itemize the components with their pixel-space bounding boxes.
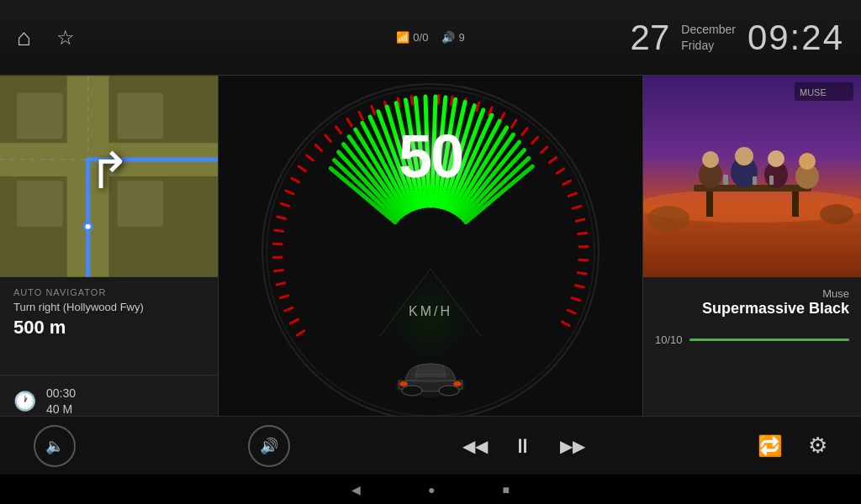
speedometer: 50 KM/H — [254, 76, 607, 428]
progress-bar[interactable] — [689, 339, 849, 341]
volume-up-button[interactable]: 🔊 — [248, 425, 290, 467]
nav-distance: 500 m — [13, 317, 204, 339]
nav-info: AUTO NAVIGATOR Turn right (Hollywood Fwy… — [0, 277, 218, 349]
date-day: 27 — [631, 18, 670, 58]
speed-display: 50 — [254, 122, 607, 191]
top-right-datetime: 27 December Friday 09:24 — [631, 18, 844, 58]
volume-up-icon: 🔊 — [260, 437, 278, 455]
turn-arrow: ↱ — [88, 141, 130, 200]
top-bar: ⌂ ☆ 📶 0/0 🔊 9 27 December Friday 09:24 — [0, 0, 861, 76]
track-name: Supermassive Black — [655, 300, 849, 318]
clock-time: 09:24 — [747, 18, 844, 58]
speed-unit: KM/H — [254, 304, 607, 319]
left-panel: ↱ AUTO NAVIGATOR Turn right (Hollywood F… — [0, 76, 219, 428]
svg-point-36 — [647, 206, 689, 231]
svg-rect-24 — [792, 192, 799, 217]
main-area: ↱ AUTO NAVIGATOR Turn right (Hollywood F… — [0, 76, 861, 428]
elapsed-time: 00:30 — [46, 386, 76, 402]
back-button[interactable]: ◀ — [351, 483, 361, 496]
weekday-label: Friday — [681, 38, 736, 53]
month-label: December — [681, 22, 736, 37]
svg-point-28 — [735, 147, 753, 165]
track-progress: 10/10 — [643, 328, 861, 351]
bottom-controls: 🔈 🔊 ◀◀ ⏸ ▶▶ 🔁 ⚙ — [0, 416, 861, 475]
center-panel: 50 KM/H — [219, 76, 642, 428]
date-month-weekday: December Friday — [681, 22, 736, 52]
signal-icon: 📶 — [396, 31, 409, 44]
progress-fill — [689, 339, 849, 341]
top-left-icons: ⌂ ☆ — [17, 24, 75, 51]
map-area[interactable]: ↱ — [0, 76, 218, 277]
svg-rect-7 — [117, 92, 163, 139]
eta-clock-icon: 🕐 — [13, 391, 36, 412]
track-info: Muse Supermassive Black — [643, 277, 861, 328]
home-button[interactable]: ● — [428, 483, 435, 496]
svg-rect-9 — [17, 181, 63, 227]
turn-instruction: Turn right (Hollywood Fwy) — [13, 301, 204, 313]
svg-text:MUSE: MUSE — [800, 87, 827, 97]
media-artwork: MUSE — [643, 76, 861, 277]
svg-point-14 — [402, 386, 422, 396]
recents-button[interactable]: ■ — [503, 483, 510, 496]
svg-rect-33 — [723, 175, 728, 185]
svg-point-17 — [399, 381, 408, 386]
settings-button[interactable]: ⚙ — [808, 433, 827, 459]
svg-point-26 — [702, 151, 719, 168]
pause-button[interactable]: ⏸ — [513, 434, 535, 458]
media-controls: ◀◀ ⏸ ▶▶ — [462, 434, 585, 458]
car-image — [388, 345, 473, 407]
artist-name: Muse — [655, 287, 849, 300]
svg-rect-23 — [706, 192, 713, 217]
volume-down-button[interactable]: 🔈 — [34, 425, 76, 467]
svg-point-16 — [453, 381, 462, 386]
signal-value: 0/0 — [413, 31, 428, 44]
svg-point-30 — [768, 150, 784, 167]
svg-rect-34 — [753, 176, 757, 185]
fast-forward-button[interactable]: ▶▶ — [560, 436, 585, 456]
repeat-button[interactable]: 🔁 — [758, 434, 783, 458]
svg-point-32 — [799, 153, 816, 170]
top-center-info: 📶 0/0 🔊 9 — [396, 31, 464, 44]
favorites-icon[interactable]: ☆ — [56, 26, 75, 50]
svg-point-11 — [86, 224, 91, 229]
right-panel: MUSE Muse Supermassive Black 10/10 — [642, 76, 861, 428]
right-controls: 🔁 ⚙ — [758, 433, 827, 459]
android-navbar: ◀ ● ■ — [0, 475, 861, 504]
volume-down-icon: 🔈 — [45, 437, 64, 455]
svg-rect-35 — [769, 176, 774, 185]
track-number: 10/10 — [655, 333, 683, 346]
svg-point-37 — [820, 204, 853, 224]
svg-point-15 — [439, 386, 459, 396]
volume-icon-small: 🔊 — [441, 31, 455, 44]
home-icon[interactable]: ⌂ — [17, 24, 31, 51]
rewind-button[interactable]: ◀◀ — [462, 436, 488, 456]
volume-value: 9 — [458, 31, 464, 44]
nav-label: AUTO NAVIGATOR — [13, 287, 204, 297]
svg-rect-6 — [17, 92, 63, 139]
